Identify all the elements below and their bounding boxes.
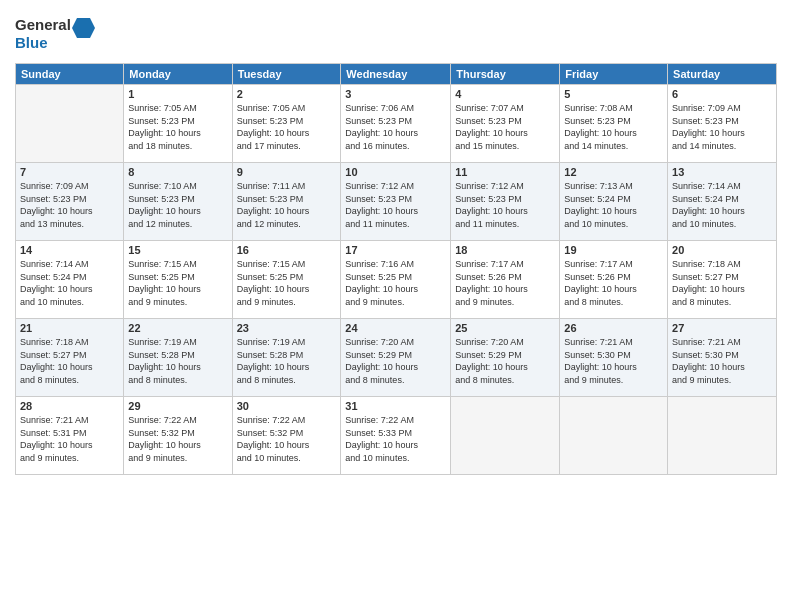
day-info: Sunrise: 7:08 AM Sunset: 5:23 PM Dayligh… [564, 102, 663, 152]
calendar-cell: 24Sunrise: 7:20 AM Sunset: 5:29 PM Dayli… [341, 319, 451, 397]
day-info: Sunrise: 7:17 AM Sunset: 5:26 PM Dayligh… [564, 258, 663, 308]
day-info: Sunrise: 7:06 AM Sunset: 5:23 PM Dayligh… [345, 102, 446, 152]
calendar-cell: 1Sunrise: 7:05 AM Sunset: 5:23 PM Daylig… [124, 85, 232, 163]
day-info: Sunrise: 7:21 AM Sunset: 5:30 PM Dayligh… [672, 336, 772, 386]
day-number: 28 [20, 400, 119, 412]
day-number: 30 [237, 400, 337, 412]
day-info: Sunrise: 7:21 AM Sunset: 5:31 PM Dayligh… [20, 414, 119, 464]
day-info: Sunrise: 7:13 AM Sunset: 5:24 PM Dayligh… [564, 180, 663, 230]
day-info: Sunrise: 7:14 AM Sunset: 5:24 PM Dayligh… [20, 258, 119, 308]
calendar-cell: 8Sunrise: 7:10 AM Sunset: 5:23 PM Daylig… [124, 163, 232, 241]
calendar-cell: 27Sunrise: 7:21 AM Sunset: 5:30 PM Dayli… [668, 319, 777, 397]
calendar-cell: 31Sunrise: 7:22 AM Sunset: 5:33 PM Dayli… [341, 397, 451, 475]
day-number: 3 [345, 88, 446, 100]
calendar-week-row: 7Sunrise: 7:09 AM Sunset: 5:23 PM Daylig… [16, 163, 777, 241]
day-number: 8 [128, 166, 227, 178]
day-number: 4 [455, 88, 555, 100]
day-number: 22 [128, 322, 227, 334]
calendar-cell: 2Sunrise: 7:05 AM Sunset: 5:23 PM Daylig… [232, 85, 341, 163]
weekday-header: Saturday [668, 64, 777, 85]
day-number: 14 [20, 244, 119, 256]
day-number: 24 [345, 322, 446, 334]
day-info: Sunrise: 7:22 AM Sunset: 5:32 PM Dayligh… [237, 414, 337, 464]
weekday-header: Thursday [451, 64, 560, 85]
day-info: Sunrise: 7:09 AM Sunset: 5:23 PM Dayligh… [20, 180, 119, 230]
day-number: 10 [345, 166, 446, 178]
day-number: 1 [128, 88, 227, 100]
calendar-cell: 6Sunrise: 7:09 AM Sunset: 5:23 PM Daylig… [668, 85, 777, 163]
day-info: Sunrise: 7:22 AM Sunset: 5:33 PM Dayligh… [345, 414, 446, 464]
calendar-cell: 9Sunrise: 7:11 AM Sunset: 5:23 PM Daylig… [232, 163, 341, 241]
day-info: Sunrise: 7:05 AM Sunset: 5:23 PM Dayligh… [128, 102, 227, 152]
day-info: Sunrise: 7:15 AM Sunset: 5:25 PM Dayligh… [237, 258, 337, 308]
day-number: 21 [20, 322, 119, 334]
day-number: 15 [128, 244, 227, 256]
calendar-cell: 17Sunrise: 7:16 AM Sunset: 5:25 PM Dayli… [341, 241, 451, 319]
calendar-table: SundayMondayTuesdayWednesdayThursdayFrid… [15, 63, 777, 475]
calendar-week-row: 1Sunrise: 7:05 AM Sunset: 5:23 PM Daylig… [16, 85, 777, 163]
day-number: 27 [672, 322, 772, 334]
calendar-cell [16, 85, 124, 163]
calendar-cell: 23Sunrise: 7:19 AM Sunset: 5:28 PM Dayli… [232, 319, 341, 397]
day-number: 2 [237, 88, 337, 100]
day-number: 12 [564, 166, 663, 178]
day-number: 23 [237, 322, 337, 334]
calendar-cell: 4Sunrise: 7:07 AM Sunset: 5:23 PM Daylig… [451, 85, 560, 163]
day-number: 16 [237, 244, 337, 256]
calendar-cell [668, 397, 777, 475]
day-info: Sunrise: 7:15 AM Sunset: 5:25 PM Dayligh… [128, 258, 227, 308]
day-info: Sunrise: 7:11 AM Sunset: 5:23 PM Dayligh… [237, 180, 337, 230]
day-number: 6 [672, 88, 772, 100]
calendar-week-row: 28Sunrise: 7:21 AM Sunset: 5:31 PM Dayli… [16, 397, 777, 475]
day-info: Sunrise: 7:21 AM Sunset: 5:30 PM Dayligh… [564, 336, 663, 386]
calendar-cell: 30Sunrise: 7:22 AM Sunset: 5:32 PM Dayli… [232, 397, 341, 475]
day-info: Sunrise: 7:18 AM Sunset: 5:27 PM Dayligh… [20, 336, 119, 386]
day-info: Sunrise: 7:07 AM Sunset: 5:23 PM Dayligh… [455, 102, 555, 152]
calendar-cell [451, 397, 560, 475]
day-info: Sunrise: 7:17 AM Sunset: 5:26 PM Dayligh… [455, 258, 555, 308]
calendar-cell: 13Sunrise: 7:14 AM Sunset: 5:24 PM Dayli… [668, 163, 777, 241]
svg-marker-1 [72, 18, 95, 38]
calendar-cell: 11Sunrise: 7:12 AM Sunset: 5:23 PM Dayli… [451, 163, 560, 241]
calendar-week-row: 14Sunrise: 7:14 AM Sunset: 5:24 PM Dayli… [16, 241, 777, 319]
day-info: Sunrise: 7:12 AM Sunset: 5:23 PM Dayligh… [345, 180, 446, 230]
day-number: 17 [345, 244, 446, 256]
calendar-cell [560, 397, 668, 475]
svg-text:General: General [15, 16, 71, 33]
day-number: 5 [564, 88, 663, 100]
calendar-cell: 12Sunrise: 7:13 AM Sunset: 5:24 PM Dayli… [560, 163, 668, 241]
day-number: 7 [20, 166, 119, 178]
day-info: Sunrise: 7:22 AM Sunset: 5:32 PM Dayligh… [128, 414, 227, 464]
day-number: 19 [564, 244, 663, 256]
day-info: Sunrise: 7:19 AM Sunset: 5:28 PM Dayligh… [128, 336, 227, 386]
day-info: Sunrise: 7:10 AM Sunset: 5:23 PM Dayligh… [128, 180, 227, 230]
calendar-cell: 22Sunrise: 7:19 AM Sunset: 5:28 PM Dayli… [124, 319, 232, 397]
calendar-header-row: SundayMondayTuesdayWednesdayThursdayFrid… [16, 64, 777, 85]
day-info: Sunrise: 7:20 AM Sunset: 5:29 PM Dayligh… [345, 336, 446, 386]
day-info: Sunrise: 7:14 AM Sunset: 5:24 PM Dayligh… [672, 180, 772, 230]
day-info: Sunrise: 7:20 AM Sunset: 5:29 PM Dayligh… [455, 336, 555, 386]
day-number: 25 [455, 322, 555, 334]
calendar-cell: 20Sunrise: 7:18 AM Sunset: 5:27 PM Dayli… [668, 241, 777, 319]
calendar-cell: 29Sunrise: 7:22 AM Sunset: 5:32 PM Dayli… [124, 397, 232, 475]
day-number: 11 [455, 166, 555, 178]
calendar-cell: 28Sunrise: 7:21 AM Sunset: 5:31 PM Dayli… [16, 397, 124, 475]
day-number: 13 [672, 166, 772, 178]
calendar-cell: 19Sunrise: 7:17 AM Sunset: 5:26 PM Dayli… [560, 241, 668, 319]
day-info: Sunrise: 7:12 AM Sunset: 5:23 PM Dayligh… [455, 180, 555, 230]
weekday-header: Tuesday [232, 64, 341, 85]
calendar-cell: 21Sunrise: 7:18 AM Sunset: 5:27 PM Dayli… [16, 319, 124, 397]
calendar-cell: 16Sunrise: 7:15 AM Sunset: 5:25 PM Dayli… [232, 241, 341, 319]
page-container: General Blue SundayMondayTuesdayWednesda… [0, 0, 792, 612]
calendar-cell: 18Sunrise: 7:17 AM Sunset: 5:26 PM Dayli… [451, 241, 560, 319]
day-info: Sunrise: 7:05 AM Sunset: 5:23 PM Dayligh… [237, 102, 337, 152]
page-header: General Blue [15, 10, 777, 55]
day-number: 20 [672, 244, 772, 256]
calendar-cell: 26Sunrise: 7:21 AM Sunset: 5:30 PM Dayli… [560, 319, 668, 397]
weekday-header: Wednesday [341, 64, 451, 85]
svg-text:Blue: Blue [15, 34, 48, 51]
calendar-cell: 25Sunrise: 7:20 AM Sunset: 5:29 PM Dayli… [451, 319, 560, 397]
logo-svg: General Blue [15, 10, 105, 55]
day-info: Sunrise: 7:09 AM Sunset: 5:23 PM Dayligh… [672, 102, 772, 152]
day-number: 31 [345, 400, 446, 412]
